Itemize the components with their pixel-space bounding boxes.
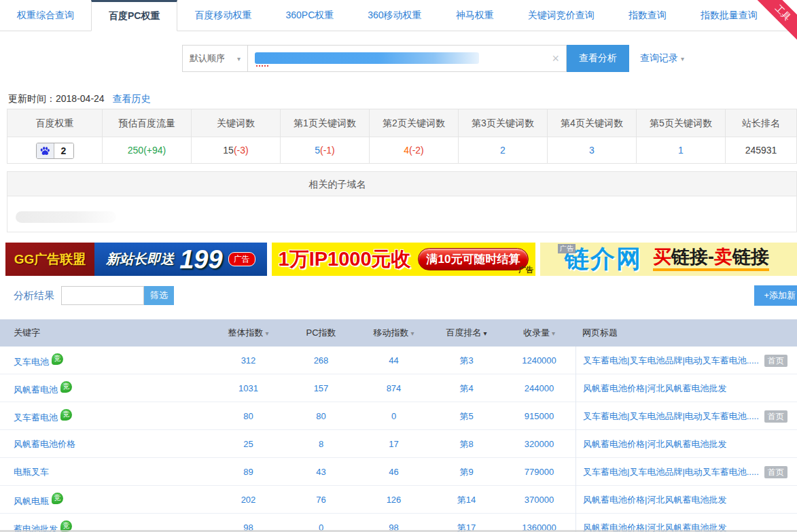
collected-count-link[interactable]: 779000 <box>525 467 554 477</box>
keyword-link[interactable]: 风帆蓄电池 <box>14 385 58 395</box>
ad-banner-row: GG广告联盟 新站长即送 199 广告 1万IP1000元收 满10元可随时结算… <box>5 243 797 276</box>
collected-count-link[interactable]: 320000 <box>525 439 554 449</box>
tab-index-query[interactable]: 指数查询 <box>612 0 684 31</box>
mobile-index-value: 874 <box>387 383 402 393</box>
baidu-rank-link[interactable]: 第5 <box>459 411 473 421</box>
page-title-link[interactable]: 风帆蓄电池价格|河北风帆蓄电池批发 <box>583 383 726 393</box>
collected-count-link[interactable]: 1240000 <box>522 355 556 366</box>
collected-count-link[interactable]: 370000 <box>525 495 554 505</box>
table-row: 蓄电池批发竞 98 0 98 第17 1360000 风帆蓄电池价格|河北风帆蓄… <box>0 514 797 532</box>
ad-gg-union-name: GG广告联盟 <box>5 243 94 276</box>
ad-ip-pill-text: 满10元可随时结算 <box>418 248 529 270</box>
add-new-keyword-button[interactable]: +添加新 <box>754 285 797 306</box>
overall-index-value: 202 <box>241 495 256 505</box>
summary-header-page1: 第1页关键词数 <box>281 109 370 137</box>
tab-baidu-mobile-weight[interactable]: 百度移动权重 <box>177 0 268 31</box>
baidu-rank-link[interactable]: 第4 <box>459 383 473 393</box>
sort-order-select[interactable]: 默认顺序 ▾ <box>182 45 248 72</box>
ad-banner-lianjie[interactable]: 广告 链介网 买链接-卖链接 <box>540 243 797 276</box>
bid-badge-icon: 竞 <box>52 493 63 504</box>
homepage-badge: 首页 <box>764 355 787 367</box>
tab-keyword-bid-query[interactable]: 关键词竞价查询 <box>511 0 612 31</box>
filter-keyword-input[interactable] <box>61 286 144 305</box>
keyword-link[interactable]: 风帆电瓶 <box>14 496 49 506</box>
view-history-link[interactable]: 查看历史 <box>113 93 151 104</box>
homepage-badge: 首页 <box>764 410 787 423</box>
page-title-link[interactable]: 叉车蓄电池|叉车电池品牌|电动叉车蓄电池..... <box>583 467 759 477</box>
page4-keyword-count[interactable]: 3 <box>589 145 595 156</box>
ad-banner-gg-union[interactable]: GG广告联盟 新站长即送 199 广告 <box>5 243 267 276</box>
related-subdomains-body <box>7 196 796 232</box>
page-title-link[interactable]: 风帆蓄电池价格|河北风帆蓄电池批发 <box>583 439 726 449</box>
tab-weight-overview[interactable]: 权重综合查询 <box>0 0 91 31</box>
keyword-analysis-table: 关键字 整体指数▾ PC指数 移动指数▾ 百度排名▾ 收录量▾ 网页标题 叉车电… <box>0 319 797 532</box>
tab-360-pc-weight[interactable]: 360PC权重 <box>268 0 351 31</box>
summary-header-keyword-count: 关键词数 <box>192 109 281 137</box>
sort-order-value: 默认顺序 <box>190 52 225 65</box>
baidu-rank-link[interactable]: 第8 <box>459 439 473 449</box>
tab-baidu-pc-weight[interactable]: 百度PC权重 <box>91 0 177 31</box>
col-header-collected[interactable]: 收录量▾ <box>503 327 575 339</box>
analyze-button[interactable]: 查看分析 <box>567 45 629 72</box>
summary-header-webmaster-rank: 站长排名 <box>726 109 796 137</box>
mobile-index-value: 17 <box>389 439 398 449</box>
tab-shenma-weight[interactable]: 神马权重 <box>439 0 511 31</box>
ad-ip-main-text: 1万IP1000元收 <box>279 246 411 273</box>
clear-icon[interactable]: × <box>552 52 559 65</box>
page1-keyword-count[interactable]: 5 <box>315 145 320 156</box>
collected-count-link[interactable]: 244000 <box>525 383 554 393</box>
baidu-rank-link[interactable]: 第14 <box>457 495 476 505</box>
sort-caret-icon[interactable]: ▾ <box>410 330 414 337</box>
ad-banner-ip-offer[interactable]: 1万IP1000元收 满10元可随时结算 广告 <box>272 243 535 276</box>
keyword-link[interactable]: 风帆蓄电池价格 <box>14 439 75 449</box>
est-traffic-delta: (+94) <box>143 145 166 156</box>
tab-index-batch-query[interactable]: 指数批量查询 <box>684 0 775 31</box>
page5-keyword-count[interactable]: 1 <box>678 145 684 156</box>
page-title-link[interactable]: 叉车蓄电池|叉车电池品牌|电动叉车蓄电池..... <box>583 355 759 366</box>
page2-keyword-delta: (-2) <box>409 145 424 156</box>
baidu-weight-badge[interactable]: 2 <box>36 143 74 159</box>
table-header-row: 关键字 整体指数▾ PC指数 移动指数▾ 百度排名▾ 收录量▾ 网页标题 <box>0 319 797 347</box>
bid-badge-icon: 竞 <box>52 353 63 365</box>
collected-count-link[interactable]: 915000 <box>525 411 554 421</box>
keyword-link[interactable]: 叉车蓄电池 <box>14 412 58 423</box>
analysis-filter-row: 分析结果 筛选 <box>14 285 174 306</box>
page2-keyword-count[interactable]: 4 <box>404 145 409 156</box>
weight-summary-table: 百度权重 预估百度流量 关键词数 第1页关键词数 第2页关键词数 第3页关键词数… <box>7 109 797 164</box>
page-title-link[interactable]: 风帆蓄电池价格|河北风帆蓄电池批发 <box>583 495 726 505</box>
overall-index-value: 80 <box>243 411 253 421</box>
col-header-keyword: 关键字 <box>0 327 212 339</box>
filter-button[interactable]: 筛选 <box>144 286 174 305</box>
caret-down-icon: ▾ <box>237 55 241 63</box>
col-header-mobile-index[interactable]: 移动指数▾ <box>357 327 430 339</box>
sort-caret-icon[interactable]: ▾ <box>552 330 555 337</box>
baidu-rank-link[interactable]: 第9 <box>459 467 473 477</box>
sort-caret-icon[interactable]: ▾ <box>265 330 268 337</box>
spellcheck-underline <box>256 65 268 67</box>
update-time-date: 2018-04-24 <box>56 93 105 104</box>
censored-subdomain-item[interactable] <box>16 211 116 223</box>
query-history-dropdown[interactable]: 查询记录 ▾ <box>640 45 684 72</box>
col-header-baidu-rank[interactable]: 百度排名▾ <box>430 327 503 339</box>
keyword-count-value: 15 <box>223 145 234 156</box>
pc-index-value: 268 <box>314 355 329 366</box>
page-title-link[interactable]: 叉车蓄电池|叉车电池品牌|电动叉车蓄电池..... <box>583 411 759 421</box>
keyword-link[interactable]: 电瓶叉车 <box>14 467 49 477</box>
tab-360-mobile-weight[interactable]: 360移动权重 <box>351 0 438 31</box>
bid-badge-icon: 竞 <box>60 381 72 393</box>
summary-value-row: 2 250(+94) 15(-3) 5(-1) 4(-2) 2 3 1 2459… <box>7 137 796 163</box>
keyword-count-delta: (-3) <box>234 145 249 156</box>
ad-lianjie-text: 买链接-卖链接 <box>653 247 769 272</box>
sort-caret-icon[interactable]: ▾ <box>483 330 486 337</box>
col-header-pc-index: PC指数 <box>285 327 357 339</box>
table-row: 叉车电池竞 312 268 44 第3 1240000 叉车蓄电池|叉车电池品牌… <box>0 347 797 374</box>
baidu-rank-link[interactable]: 第3 <box>459 355 473 366</box>
ad-tag: 广告 <box>518 265 533 275</box>
keyword-link[interactable]: 叉车电池 <box>14 357 49 367</box>
page3-keyword-count[interactable]: 2 <box>500 145 506 156</box>
query-input[interactable]: × <box>247 45 567 72</box>
mobile-index-value: 46 <box>389 467 398 477</box>
col-header-overall-index[interactable]: 整体指数▾ <box>212 327 285 339</box>
page1-keyword-delta: (-1) <box>320 145 335 156</box>
table-row: 风帆蓄电池竞 1031 157 874 第4 244000 风帆蓄电池价格|河北… <box>0 374 797 402</box>
